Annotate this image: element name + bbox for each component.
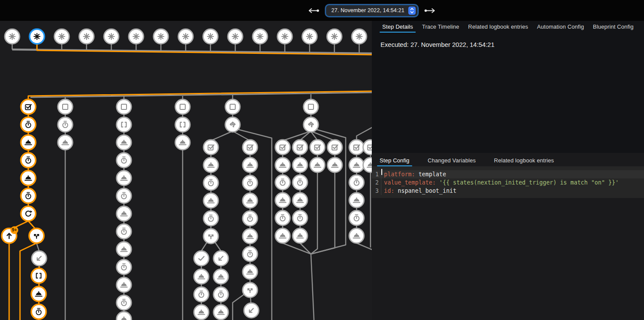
node-room-service[interactable] bbox=[58, 135, 73, 150]
trace-run-select[interactable]: 27. November 2022, 14:54:21 bbox=[326, 5, 417, 16]
node-asterisk[interactable] bbox=[5, 29, 20, 44]
node-square[interactable] bbox=[117, 99, 131, 114]
node-room-service[interactable] bbox=[275, 228, 290, 243]
tab-automation-config[interactable]: Automation Config bbox=[533, 21, 588, 33]
tab-related-logbook-entries[interactable]: Related logbook entries bbox=[490, 154, 558, 166]
node-timer[interactable] bbox=[243, 175, 257, 190]
node-room-service[interactable] bbox=[349, 193, 364, 208]
node-checkbox-marked[interactable] bbox=[310, 140, 325, 155]
node-check[interactable] bbox=[194, 251, 209, 266]
node-timer[interactable] bbox=[21, 153, 36, 168]
node-asterisk[interactable] bbox=[327, 29, 342, 44]
node-square[interactable] bbox=[225, 99, 240, 114]
node-timer[interactable] bbox=[204, 211, 218, 226]
node-room-service[interactable] bbox=[117, 135, 131, 150]
next-trace-button[interactable] bbox=[423, 7, 437, 14]
node-room-service[interactable] bbox=[214, 269, 228, 284]
node-timer[interactable] bbox=[349, 211, 364, 225]
node-arrow-decision[interactable] bbox=[225, 117, 240, 132]
node-timer[interactable] bbox=[117, 188, 131, 203]
node-room-service[interactable] bbox=[293, 228, 307, 243]
node-room-service[interactable] bbox=[204, 193, 218, 208]
node-timer[interactable] bbox=[117, 153, 131, 168]
node-timer[interactable] bbox=[117, 260, 131, 274]
node-timer[interactable] bbox=[21, 117, 36, 132]
node-asterisk[interactable] bbox=[253, 29, 267, 44]
tab-related-logbook-entries[interactable]: Related logbook entries bbox=[464, 21, 533, 33]
node-checkbox-marked[interactable] bbox=[349, 140, 364, 155]
node-repeat[interactable] bbox=[21, 206, 36, 221]
yaml-code-editor[interactable]: 1platform: template2value_template: '{{ … bbox=[372, 166, 644, 198]
node-room-service[interactable] bbox=[117, 277, 131, 292]
node-room-service[interactable] bbox=[349, 158, 364, 172]
node-room-service[interactable] bbox=[243, 193, 257, 208]
node-timer[interactable] bbox=[117, 224, 131, 239]
node-timer[interactable] bbox=[293, 175, 307, 190]
node-asterisk[interactable] bbox=[203, 29, 218, 44]
node-asterisk[interactable] bbox=[129, 29, 143, 44]
node-checkbox-marked[interactable] bbox=[243, 140, 257, 155]
node-room-service[interactable] bbox=[21, 171, 36, 185]
node-room-service[interactable] bbox=[293, 158, 307, 172]
node-checkbox-marked[interactable] bbox=[275, 140, 290, 155]
node-room-service[interactable] bbox=[275, 193, 290, 208]
node-room-service[interactable] bbox=[214, 305, 228, 320]
node-timer[interactable] bbox=[58, 117, 73, 132]
node-arrow-decision[interactable] bbox=[304, 117, 318, 132]
code-line[interactable]: 1platform: template bbox=[372, 170, 644, 178]
node-timer[interactable] bbox=[275, 175, 290, 190]
node-checkbox-marked[interactable] bbox=[21, 99, 36, 114]
node-arrow-up[interactable]: 9+ bbox=[2, 226, 18, 243]
node-room-service[interactable] bbox=[275, 158, 290, 172]
node-square[interactable] bbox=[304, 99, 318, 114]
node-room-service[interactable] bbox=[310, 158, 325, 172]
tab-step-details[interactable]: Step Details bbox=[378, 21, 417, 33]
node-asterisk[interactable] bbox=[277, 29, 292, 44]
node-asterisk[interactable] bbox=[104, 29, 119, 44]
node-room-service[interactable] bbox=[31, 287, 46, 301]
node-room-service[interactable] bbox=[327, 158, 342, 172]
tab-changed-variables[interactable]: Changed Variables bbox=[424, 154, 480, 166]
node-timer[interactable] bbox=[349, 175, 364, 190]
node-checkbox-marked[interactable] bbox=[363, 140, 372, 155]
node-timer[interactable] bbox=[293, 211, 307, 225]
node-asterisk[interactable] bbox=[30, 29, 44, 44]
node-call-split[interactable] bbox=[204, 229, 218, 244]
node-room-service[interactable] bbox=[21, 135, 36, 150]
node-timer[interactable] bbox=[21, 188, 36, 203]
node-brackets[interactable] bbox=[117, 117, 131, 132]
node-room-service[interactable] bbox=[243, 158, 257, 172]
node-arrow-bottom-left[interactable] bbox=[32, 251, 47, 266]
node-brackets[interactable] bbox=[175, 117, 190, 132]
node-asterisk[interactable] bbox=[79, 29, 94, 44]
node-room-service[interactable] bbox=[293, 193, 307, 208]
node-asterisk[interactable] bbox=[352, 29, 367, 44]
node-call-split[interactable] bbox=[243, 283, 257, 297]
node-timer[interactable] bbox=[214, 287, 228, 302]
node-timer[interactable] bbox=[275, 211, 290, 225]
node-asterisk[interactable] bbox=[302, 29, 317, 44]
node-arrow-bottom-left[interactable] bbox=[244, 303, 259, 318]
node-room-service[interactable] bbox=[243, 229, 257, 244]
node-asterisk[interactable] bbox=[54, 29, 69, 44]
node-room-service[interactable] bbox=[117, 171, 131, 185]
node-room-service[interactable] bbox=[349, 228, 364, 243]
node-checkbox-marked[interactable] bbox=[293, 140, 307, 155]
previous-trace-button[interactable] bbox=[307, 7, 320, 14]
node-room-service[interactable] bbox=[117, 242, 131, 257]
node-checkbox-marked[interactable] bbox=[327, 140, 342, 155]
code-line[interactable]: 2value_template: '{{ states(nextion_init… bbox=[372, 178, 644, 187]
node-asterisk[interactable] bbox=[153, 29, 168, 44]
code-line[interactable]: 3id: nspanel_boot_init bbox=[372, 187, 644, 195]
node-room-service[interactable] bbox=[117, 206, 131, 221]
tab-trace-timeline[interactable]: Trace Timeline bbox=[417, 21, 464, 33]
node-room-service[interactable] bbox=[363, 158, 372, 172]
node-checkbox-marked[interactable] bbox=[204, 140, 218, 155]
node-timer[interactable] bbox=[117, 295, 131, 310]
node-timer[interactable] bbox=[31, 304, 46, 319]
tab-blueprint-config[interactable]: Blueprint Config bbox=[589, 21, 638, 33]
node-timer[interactable] bbox=[243, 211, 257, 226]
node-arrow-bottom-left[interactable] bbox=[214, 251, 228, 266]
node-room-service[interactable] bbox=[194, 305, 209, 320]
node-timer[interactable] bbox=[243, 247, 257, 261]
